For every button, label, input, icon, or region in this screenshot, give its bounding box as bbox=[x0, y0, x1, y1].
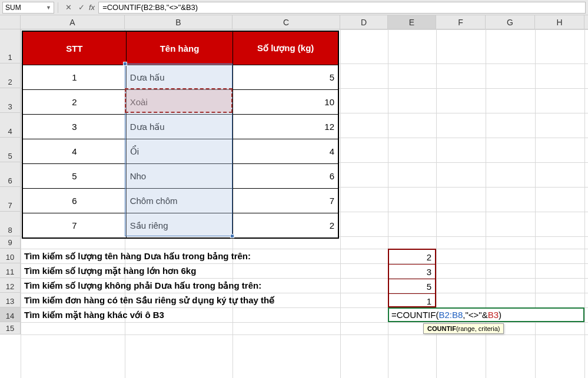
col-header-H[interactable]: H bbox=[535, 15, 584, 29]
formula-token: =COUNTIF( bbox=[391, 310, 438, 320]
results-box: 2351 bbox=[388, 249, 436, 307]
table-cell: Sầu riêng bbox=[127, 213, 234, 237]
row-header-9[interactable]: 9 bbox=[0, 236, 20, 249]
col-header-B[interactable]: B bbox=[125, 15, 232, 29]
row-header-11[interactable]: 11 bbox=[0, 263, 20, 278]
table-cell: Ổi bbox=[127, 139, 234, 163]
table-cell: 2 bbox=[233, 213, 338, 237]
table-cell: 10 bbox=[233, 90, 338, 114]
name-box-value: SUM bbox=[5, 4, 21, 12]
table-cell: 5 bbox=[23, 164, 127, 188]
formula-bar: SUM ▼ ✕ ✓ fx =COUNTIF(B2:B8,"<>"&B3) bbox=[0, 0, 588, 15]
row-header-5[interactable]: 5 bbox=[0, 138, 20, 162]
chevron-down-icon[interactable]: ▼ bbox=[46, 5, 51, 11]
col-header-E[interactable]: E bbox=[388, 15, 436, 29]
col-header-A[interactable]: A bbox=[21, 15, 125, 29]
result-cell[interactable]: 1 bbox=[389, 294, 435, 309]
table-cell: 4 bbox=[23, 139, 127, 163]
table-header-row: STTTên hàngSố lượng (kg) bbox=[23, 32, 338, 65]
row-header-12[interactable]: 12 bbox=[0, 278, 20, 293]
tooltip-fn: COUNTIF bbox=[427, 325, 456, 332]
select-all-corner[interactable] bbox=[0, 15, 21, 29]
formula-token-ref: B3 bbox=[488, 310, 499, 320]
col-header-F[interactable]: F bbox=[436, 15, 486, 29]
question-text: Tìm kiếm số lượng tên hàng Dưa hấu trong… bbox=[21, 249, 251, 263]
row-header-14[interactable]: 14 bbox=[0, 307, 20, 322]
table-cell: 2 bbox=[23, 90, 127, 114]
table-cell: 7 bbox=[233, 189, 338, 213]
data-table: STTTên hàngSố lượng (kg) 1Dưa hấu52Xoài1… bbox=[22, 31, 339, 239]
table-cell: 5 bbox=[233, 65, 338, 89]
table-row: 2Xoài10 bbox=[23, 89, 338, 114]
table-cell: 7 bbox=[23, 213, 127, 237]
table-cell: 3 bbox=[23, 115, 127, 139]
formula-text: =COUNTIF(B2:B8,"<>"&B3) bbox=[102, 3, 198, 12]
row-header-10[interactable]: 10 bbox=[0, 249, 20, 263]
result-cell[interactable]: 3 bbox=[389, 265, 435, 279]
row-header-1[interactable]: 1 bbox=[0, 29, 20, 63]
table-cell: 4 bbox=[233, 139, 338, 163]
table-cell: Dưa hấu bbox=[127, 65, 234, 89]
tooltip-args: (range, criteria) bbox=[456, 325, 500, 332]
table-row: 1Dưa hấu5 bbox=[23, 65, 338, 89]
formula-token: ) bbox=[499, 310, 501, 320]
row-header-7[interactable]: 7 bbox=[0, 187, 20, 212]
col-header-G[interactable]: G bbox=[486, 15, 535, 29]
question-text: Tìm kiếm mặt hàng khác với ô B3 bbox=[21, 307, 164, 322]
row-header-4[interactable]: 4 bbox=[0, 113, 20, 138]
result-cell[interactable]: 2 bbox=[389, 250, 435, 265]
row-header-8[interactable]: 8 bbox=[0, 212, 20, 236]
table-row: 6Chôm chôm7 bbox=[23, 188, 338, 213]
col-header-D[interactable]: D bbox=[340, 15, 388, 29]
cancel-icon[interactable]: ✕ bbox=[62, 2, 75, 14]
table-header-cell: STT bbox=[23, 32, 127, 65]
function-tooltip: COUNTIF(range, criteria) bbox=[423, 323, 504, 334]
table-cell: 6 bbox=[23, 189, 127, 213]
confirm-icon[interactable]: ✓ bbox=[75, 2, 88, 14]
sheet-area: ABCDEFGH 123456789101112131415 STTTên hà… bbox=[0, 15, 588, 378]
row-header-2[interactable]: 2 bbox=[0, 63, 20, 88]
table-header-cell: Tên hàng bbox=[127, 32, 234, 65]
formula-token-range: B2:B8 bbox=[438, 310, 463, 320]
result-cell[interactable]: 5 bbox=[389, 279, 435, 294]
table-cell: 6 bbox=[233, 164, 338, 188]
grid[interactable]: STTTên hàngSố lượng (kg) 1Dưa hấu52Xoài1… bbox=[21, 29, 588, 378]
divider bbox=[58, 2, 58, 13]
table-row: 7Sầu riêng2 bbox=[23, 213, 338, 237]
row-headers: 123456789101112131415 bbox=[0, 29, 21, 334]
table-row: 5Nho6 bbox=[23, 163, 338, 188]
active-cell[interactable]: =COUNTIF(B2:B8,"<>"&B3) bbox=[388, 307, 584, 322]
fx-icon[interactable]: fx bbox=[89, 3, 95, 12]
formula-token: ,"<>"& bbox=[463, 310, 487, 320]
row-header-13[interactable]: 13 bbox=[0, 293, 20, 307]
question-text: Tìm kiếm đơn hàng có tên Sầu riêng sử dụ… bbox=[21, 293, 274, 307]
table-row: 4Ổi4 bbox=[23, 139, 338, 163]
table-row: 3Dưa hấu12 bbox=[23, 114, 338, 139]
table-cell: 12 bbox=[233, 115, 338, 139]
row-header-6[interactable]: 6 bbox=[0, 162, 20, 187]
question-text: Tìm kiếm số lượng không phải Dưa hấu tro… bbox=[21, 278, 261, 293]
question-text: Tìm kiếm số lượng mặt hàng lớn hơn 6kg bbox=[21, 263, 196, 278]
table-header-cell: Số lượng (kg) bbox=[233, 32, 338, 65]
column-headers: ABCDEFGH bbox=[21, 15, 588, 29]
col-header-C[interactable]: C bbox=[232, 15, 340, 29]
formula-input[interactable]: =COUNTIF(B2:B8,"<>"&B3) bbox=[98, 2, 586, 14]
table-cell: Chôm chôm bbox=[127, 189, 234, 213]
name-box[interactable]: SUM ▼ bbox=[2, 2, 54, 14]
row-header-3[interactable]: 3 bbox=[0, 88, 20, 113]
table-cell: Dưa hấu bbox=[127, 115, 234, 139]
row-header-15[interactable]: 15 bbox=[0, 322, 20, 334]
table-cell: Nho bbox=[127, 164, 234, 188]
table-cell: Xoài bbox=[127, 90, 234, 114]
table-cell: 1 bbox=[23, 65, 127, 89]
